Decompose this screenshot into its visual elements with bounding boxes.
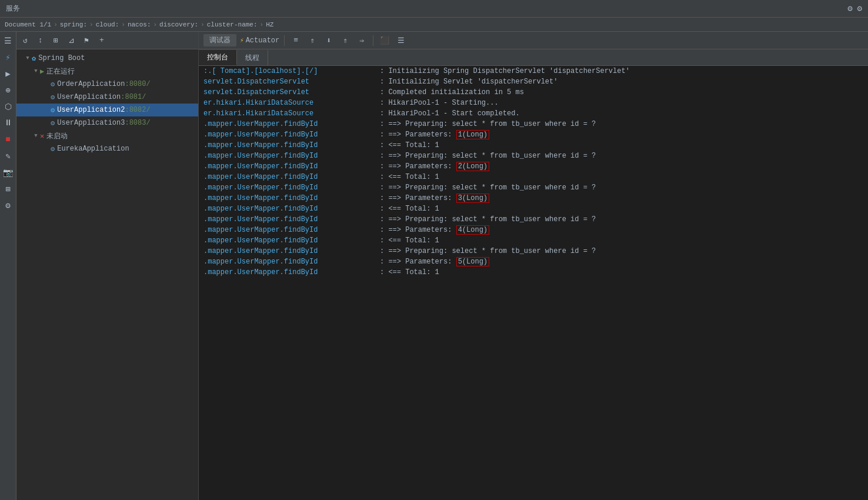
user2-label: UserApplication2 xyxy=(57,106,125,114)
right-toolbar: 调试器 ⚡ Actuator ≡ ⇑ ⬇ ⇑ ⇒ ⬛ ☰ xyxy=(199,32,868,49)
log-message: : Initializing Spring DispatcherServlet … xyxy=(380,67,630,75)
log-highlight: 2(Long) xyxy=(456,162,489,171)
spring-boot-label: Spring Boot xyxy=(38,54,85,62)
tree-item-eureka[interactable]: ⚙ EurekaApplication xyxy=(16,142,198,155)
sidebar-icon-pencil[interactable]: ✎ xyxy=(2,149,15,162)
tab-bar: 控制台 线程 xyxy=(199,49,868,66)
toolbar-btn-stop[interactable]: ⬛ xyxy=(378,34,391,47)
toolbar-sep-1 xyxy=(284,35,285,46)
toolbar-btn-menu[interactable]: ≡ xyxy=(289,34,302,47)
toolbar-btn-up1[interactable]: ⇑ xyxy=(306,34,319,47)
spring-boot-icon: ✿ xyxy=(32,54,36,63)
log-source: servlet.DispatcherServlet xyxy=(203,88,380,96)
sidebar-icon-1[interactable]: ☰ xyxy=(2,34,15,47)
log-source: .mapper.UserMapper.findById xyxy=(203,120,380,128)
eureka-gear-icon: ⚙ xyxy=(51,145,55,154)
log-row: servlet.DispatcherServlet: Initializing … xyxy=(199,78,868,88)
sidebar-icon-debug[interactable]: ⚡ xyxy=(2,51,15,64)
stopped-icon: ✕ xyxy=(40,132,44,141)
log-message: : HikariPool-1 - Start completed. xyxy=(380,109,520,118)
tree-stopped-section[interactable]: ▼ ✕ 未启动 xyxy=(16,129,198,142)
main-content: ☰ ⚡ ▶ ⊕ ⬡ ⏸ ■ ✎ 📷 ⊞ ⚙ ↺ ↕ ⊞ ⊿ ⚑ + ▼ ✿ Sp… xyxy=(0,32,868,500)
log-highlight: 4(Long) xyxy=(456,225,489,235)
log-source: servlet.DispatcherServlet xyxy=(203,78,380,86)
settings-icon[interactable]: ⚙ xyxy=(847,4,852,14)
toolbar-btn-wrap[interactable]: ☰ xyxy=(395,34,408,47)
running-arrow: ▼ xyxy=(32,68,40,74)
tab-threads[interactable]: 线程 xyxy=(237,50,268,65)
tree-container: ▼ ✿ Spring Boot ▼ ▶ 正在运行 ⚙ OrderApplicat… xyxy=(16,49,198,500)
gear-icon[interactable]: ⚙ xyxy=(857,4,862,14)
log-message: : ==> Preparing: select * from tb_user w… xyxy=(380,120,596,128)
tab-console[interactable]: 控制台 xyxy=(199,50,237,65)
user2-gear-icon: ⚙ xyxy=(51,106,55,115)
log-message: : <== Total: 1 xyxy=(380,205,439,213)
log-row: .mapper.UserMapper.findById: ==> Paramet… xyxy=(199,131,868,141)
tool-panel: ↺ ↕ ⊞ ⊿ ⚑ + ▼ ✿ Spring Boot ▼ ▶ 正在运行 xyxy=(16,32,199,500)
actuator-button[interactable]: ⚡ Actuator xyxy=(240,36,279,45)
sidebar-icons: ☰ ⚡ ▶ ⊕ ⬡ ⏸ ■ ✎ 📷 ⊞ ⚙ xyxy=(0,32,16,500)
top-bar: 服务 ⚙ ⚙ xyxy=(0,0,868,18)
log-source: er.hikari.HikariDataSource xyxy=(203,99,380,107)
toolbar-btn-down[interactable]: ⬇ xyxy=(322,34,335,47)
tree-item-user2[interactable]: ⚙ UserApplication2 :8082/ xyxy=(16,104,198,116)
sidebar-icon-camera[interactable]: 📷 xyxy=(2,166,15,179)
tree-item-user1[interactable]: ⚙ UserApplication :8081/ xyxy=(16,91,198,104)
add-btn[interactable]: + xyxy=(95,34,108,47)
log-message: : ==> Parameters: 5(Long) xyxy=(380,258,489,266)
tree-running-section[interactable]: ▼ ▶ 正在运行 xyxy=(16,65,198,78)
log-message: : ==> Preparing: select * from tb_user w… xyxy=(380,152,596,160)
log-source: .mapper.UserMapper.findById xyxy=(203,194,380,202)
tree-root[interactable]: ▼ ✿ Spring Boot xyxy=(16,52,198,65)
log-row: .mapper.UserMapper.findById: ==> Prepari… xyxy=(199,247,868,258)
log-source: .mapper.UserMapper.findById xyxy=(203,226,380,234)
sidebar-icon-pause[interactable]: ⏸ xyxy=(2,116,15,129)
sidebar-icon-list[interactable]: ⊞ xyxy=(2,182,15,195)
sidebar-icon-settings[interactable]: ⚙ xyxy=(2,199,15,212)
user1-port: :8081/ xyxy=(121,93,146,101)
toolbar-sep-2 xyxy=(373,35,373,46)
config-btn[interactable]: ⚑ xyxy=(80,34,93,47)
order-gear-icon: ⚙ xyxy=(51,80,55,89)
toolbar-btn-up2[interactable]: ⇑ xyxy=(339,34,352,47)
log-message: : <== Total: 1 xyxy=(380,236,439,245)
rerun-btn[interactable]: ↺ xyxy=(19,34,32,47)
log-source: .mapper.UserMapper.findById xyxy=(203,215,380,224)
running-label: 正在运行 xyxy=(46,66,75,76)
log-message: : <== Total: 1 xyxy=(380,141,439,149)
actuator-icon: ⚡ xyxy=(240,36,244,44)
log-message: : ==> Preparing: select * from tb_user w… xyxy=(380,215,596,224)
user2-port: :8082/ xyxy=(125,106,150,114)
sidebar-icon-3[interactable]: ▶ xyxy=(2,67,15,80)
grid-btn[interactable]: ⊞ xyxy=(49,34,62,47)
log-row: .mapper.UserMapper.findById: ==> Prepari… xyxy=(199,184,868,194)
services-label: 服务 xyxy=(6,4,20,14)
log-source: .mapper.UserMapper.findById xyxy=(203,131,380,139)
log-message: : ==> Parameters: 3(Long) xyxy=(380,194,489,202)
sort-btn[interactable]: ↕ xyxy=(34,34,47,47)
sidebar-icon-stop[interactable]: ■ xyxy=(2,133,15,146)
log-source: .mapper.UserMapper.findById xyxy=(203,236,380,245)
order-label: OrderApplication xyxy=(57,80,125,88)
debug-button[interactable]: 调试器 xyxy=(203,34,236,46)
log-source: .mapper.UserMapper.findById xyxy=(203,247,380,255)
log-source: .mapper.UserMapper.findById xyxy=(203,162,380,171)
sidebar-icon-4[interactable]: ⊕ xyxy=(2,84,15,96)
log-source: er.hikari.HikariDataSource xyxy=(203,109,380,118)
log-row: .mapper.UserMapper.findById: <== Total: … xyxy=(199,205,868,215)
log-area[interactable]: :.[ Tomcat].[localhost].[/]: Initializin… xyxy=(199,66,868,500)
filter-btn[interactable]: ⊿ xyxy=(65,34,78,47)
log-message: : HikariPool-1 - Starting... xyxy=(380,99,499,107)
log-source: .mapper.UserMapper.findById xyxy=(203,173,380,181)
log-row: .mapper.UserMapper.findById: ==> Paramet… xyxy=(199,258,868,268)
sidebar-icon-5[interactable]: ⬡ xyxy=(2,100,15,113)
user1-gear-icon: ⚙ xyxy=(51,93,55,102)
log-row: .mapper.UserMapper.findById: ==> Paramet… xyxy=(199,194,868,205)
log-source: .mapper.UserMapper.findById xyxy=(203,141,380,149)
log-source: :.[ Tomcat].[localhost].[/] xyxy=(203,67,380,75)
running-icon: ▶ xyxy=(40,67,44,76)
tree-item-user3[interactable]: ⚙ UserApplication3 :8083/ xyxy=(16,116,198,129)
log-source: .mapper.UserMapper.findById xyxy=(203,268,380,276)
toolbar-btn-right[interactable]: ⇒ xyxy=(355,34,368,47)
tree-item-order[interactable]: ⚙ OrderApplication :8080/ xyxy=(16,78,198,91)
